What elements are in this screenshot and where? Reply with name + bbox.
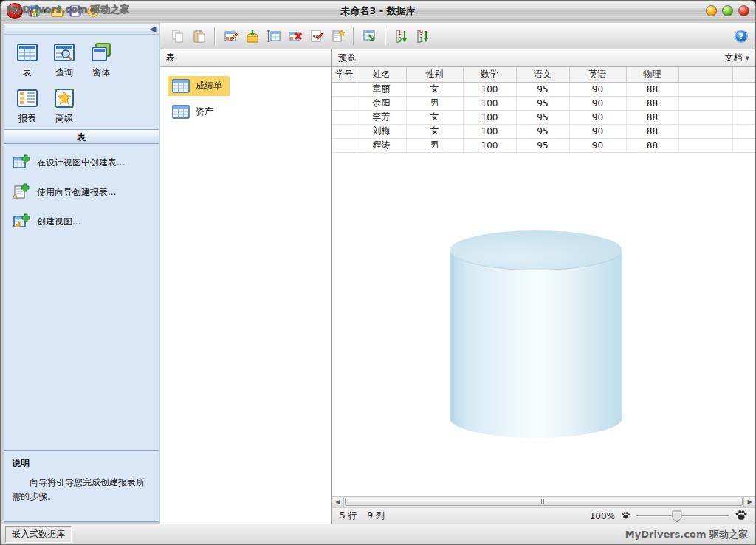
- grid-cell[interactable]: 95: [516, 110, 569, 124]
- grid-header-cell[interactable]: 姓名: [357, 67, 406, 82]
- table-list-item[interactable]: 成绩单: [168, 76, 230, 96]
- object-type-table[interactable]: 表: [9, 41, 46, 79]
- grid-header-cell[interactable]: [732, 67, 755, 82]
- delete-table-icon[interactable]: [285, 26, 305, 46]
- grid-cell[interactable]: [678, 96, 732, 110]
- grid-header-cell[interactable]: 语文: [516, 67, 569, 82]
- grid-cell[interactable]: [732, 82, 755, 96]
- grid-header-cell[interactable]: [678, 67, 732, 82]
- grid-cell[interactable]: 88: [626, 82, 678, 96]
- scroll-left-icon[interactable]: ◀: [332, 497, 344, 507]
- grid-cell[interactable]: 95: [516, 138, 569, 152]
- description-title: 说明: [12, 457, 151, 470]
- grid-cell[interactable]: 95: [516, 124, 569, 138]
- sql-icon[interactable]: SQL: [306, 26, 326, 46]
- minimize-button[interactable]: [706, 5, 717, 16]
- app-menu-icon[interactable]: [27, 4, 41, 18]
- table-list-item[interactable]: 资产: [168, 102, 221, 122]
- grid-header-cell[interactable]: 物理: [626, 67, 678, 82]
- zoom-out-paw-icon[interactable]: [621, 510, 630, 522]
- left-column: ◀▮ 表 查询 窗体: [1, 21, 160, 524]
- import-icon[interactable]: [242, 26, 262, 46]
- grid-cell[interactable]: 95: [516, 82, 569, 96]
- task-create-view[interactable]: 创建视图...: [12, 212, 153, 231]
- grid-cell[interactable]: 88: [626, 96, 678, 110]
- grid-cell[interactable]: [678, 82, 732, 96]
- close-button[interactable]: [738, 5, 749, 16]
- grid-cell[interactable]: [732, 124, 755, 138]
- grid-cell[interactable]: [678, 110, 732, 124]
- grid-cell[interactable]: [678, 138, 732, 152]
- grid-cell[interactable]: 100: [463, 96, 516, 110]
- task-create-table-design-view[interactable]: 在设计视图中创建表...: [12, 153, 153, 172]
- grid-cell[interactable]: 100: [463, 124, 516, 138]
- grid-cell[interactable]: [332, 110, 357, 124]
- grid-cell[interactable]: 程涛: [357, 138, 406, 152]
- grid-header-cell[interactable]: 数学: [463, 67, 516, 82]
- object-type-report[interactable]: 报表: [9, 86, 46, 125]
- grid-header-cell[interactable]: 性别: [406, 67, 463, 82]
- paste-icon[interactable]: [189, 26, 209, 46]
- grid-cell[interactable]: 90: [569, 124, 626, 138]
- grid-cell[interactable]: 100: [463, 138, 516, 152]
- grid-cell[interactable]: [732, 138, 755, 152]
- grid-cell[interactable]: [332, 82, 357, 96]
- app-menu-dropdown-icon[interactable]: ▼: [43, 8, 47, 14]
- insert-column-icon[interactable]: [264, 26, 284, 46]
- grid-cell[interactable]: 余阳: [357, 96, 406, 110]
- grid-cell[interactable]: 88: [626, 138, 678, 152]
- object-type-query[interactable]: 查询: [46, 41, 83, 79]
- copy-icon[interactable]: [168, 26, 188, 46]
- grid-cell[interactable]: 100: [463, 110, 516, 124]
- object-type-advanced[interactable]: 高级: [46, 86, 83, 125]
- design-table-icon[interactable]: [221, 26, 241, 46]
- grid-cell[interactable]: 女: [406, 82, 463, 96]
- open-icon[interactable]: [51, 4, 64, 18]
- sort-descending-icon[interactable]: 91: [413, 26, 433, 46]
- grid-cell[interactable]: [732, 96, 755, 110]
- grid-cell[interactable]: [332, 96, 357, 110]
- preview-header: 预览 文档 ▼: [332, 49, 755, 67]
- maximize-button[interactable]: [722, 5, 733, 16]
- grid-cell[interactable]: 90: [569, 96, 626, 110]
- grid-cell[interactable]: [678, 124, 732, 138]
- scroll-right-icon[interactable]: ▶: [743, 497, 755, 507]
- collapse-panel-icon[interactable]: ◀▮: [149, 27, 156, 32]
- grid-cell[interactable]: 章丽: [357, 82, 406, 96]
- grid-cell[interactable]: 90: [569, 110, 626, 124]
- grid-cell[interactable]: 88: [626, 124, 678, 138]
- task-create-report-wizard[interactable]: 使用向导创建报表...: [12, 182, 153, 202]
- grid-cell[interactable]: 男: [406, 138, 463, 152]
- grid-cell[interactable]: 95: [516, 96, 569, 110]
- grid-cell[interactable]: 刘梅: [357, 124, 406, 138]
- window-title: 未命名3 - 数据库: [1, 4, 755, 18]
- grid-cell[interactable]: 女: [406, 110, 463, 124]
- grid-header-cell[interactable]: 英语: [569, 67, 626, 82]
- grid-cell[interactable]: 女: [406, 124, 463, 138]
- grid-cell[interactable]: 88: [626, 110, 678, 124]
- horizontal-scrollbar[interactable]: ◀ ▶: [332, 496, 755, 507]
- app-logo-icon[interactable]: [7, 3, 23, 19]
- document-dropdown[interactable]: 文档 ▼: [725, 52, 749, 64]
- grid-header-cell[interactable]: 学号: [332, 67, 357, 82]
- grid-cell[interactable]: [332, 124, 357, 138]
- sort-ascending-icon[interactable]: 19: [391, 26, 411, 46]
- grid-cell[interactable]: 100: [463, 82, 516, 96]
- grid-cell[interactable]: 90: [569, 82, 626, 96]
- undo-icon[interactable]: [86, 4, 100, 18]
- zoom-in-paw-icon[interactable]: [735, 508, 748, 524]
- grid-cell[interactable]: 李芳: [357, 110, 406, 124]
- grid-cell[interactable]: [332, 138, 357, 152]
- grid-cell[interactable]: 男: [406, 96, 463, 110]
- export-icon[interactable]: [360, 26, 379, 46]
- object-type-form[interactable]: 窗体: [83, 41, 120, 79]
- scrollbar-thumb[interactable]: [345, 498, 743, 506]
- zoom-slider-thumb[interactable]: [672, 510, 682, 525]
- help-icon[interactable]: ?: [731, 26, 751, 46]
- grid-cell[interactable]: [732, 110, 755, 124]
- grid-cell[interactable]: 90: [569, 138, 626, 152]
- save-icon[interactable]: [69, 4, 82, 18]
- new-report-icon[interactable]: [328, 26, 348, 46]
- zoom-slider[interactable]: [636, 511, 729, 521]
- scrollbar-track[interactable]: [344, 497, 743, 507]
